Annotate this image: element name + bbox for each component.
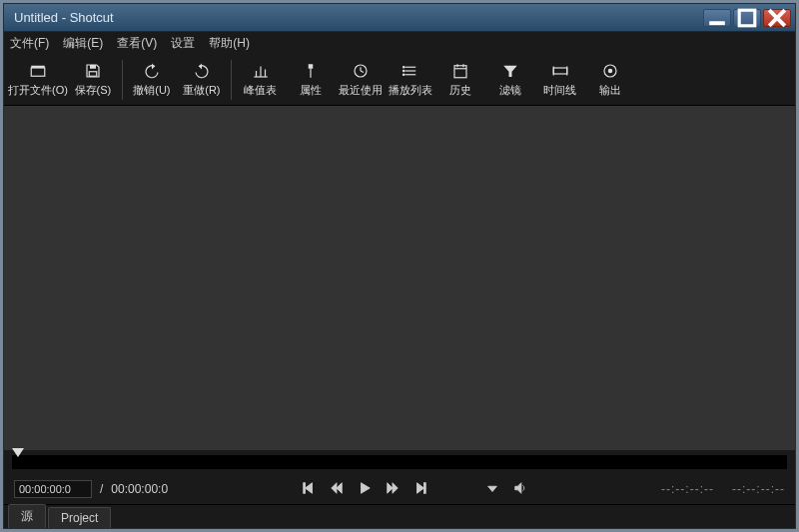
svg-rect-28 [553, 68, 567, 74]
menu-bar: 文件(F) 编辑(E) 查看(V) 设置 帮助(H) [4, 32, 795, 54]
svg-marker-43 [515, 482, 521, 493]
redo-button[interactable]: 重做(R) [177, 56, 227, 104]
svg-point-20 [402, 66, 404, 68]
playlist-icon [401, 62, 419, 80]
undo-icon [143, 62, 161, 80]
timeline-icon [551, 62, 569, 80]
filters-icon [501, 62, 519, 80]
open-file-button[interactable]: 打开文件(O) [8, 56, 68, 104]
toolbar-separator [231, 60, 232, 100]
svg-marker-33 [306, 482, 313, 493]
undo-label: 撤销(U) [133, 83, 170, 98]
svg-marker-36 [337, 482, 342, 493]
svg-rect-6 [90, 65, 96, 69]
skip-end-button[interactable] [413, 481, 427, 498]
svg-rect-12 [309, 64, 314, 69]
svg-rect-23 [454, 65, 466, 77]
rewind-button[interactable] [330, 481, 344, 498]
menu-view[interactable]: 查看(V) [117, 35, 157, 52]
peak-meter-label: 峰值表 [244, 83, 277, 98]
save-button[interactable]: 保存(S) [68, 56, 118, 104]
title-bar[interactable]: Untitled - Shotcut [4, 4, 795, 32]
playlist-button[interactable]: 播放列表 [386, 56, 435, 104]
svg-line-16 [361, 71, 364, 73]
app-window: Untitled - Shotcut 文件(F) 编辑(E) 查看(V) 设置 … [3, 3, 796, 529]
svg-marker-37 [362, 482, 371, 493]
tab-source[interactable]: 源 [8, 504, 46, 528]
svg-marker-27 [503, 65, 517, 76]
redo-icon [193, 62, 211, 80]
export-label: 输出 [599, 83, 621, 98]
timecode-input[interactable] [14, 480, 92, 498]
out-point-display: --:--:--:-- [732, 482, 785, 496]
scrub-track[interactable] [12, 455, 787, 469]
filters-label: 滤镜 [499, 83, 521, 98]
window-title: Untitled - Shotcut [14, 10, 703, 25]
peak-meter-button[interactable]: 峰值表 [236, 56, 286, 104]
export-button[interactable]: 输出 [585, 56, 635, 104]
svg-rect-41 [424, 482, 426, 493]
svg-point-22 [402, 74, 404, 76]
tab-project[interactable]: Project [48, 507, 111, 528]
zoom-dropdown-button[interactable] [485, 481, 499, 498]
recent-button[interactable]: 最近使用 [336, 56, 386, 104]
maximize-button[interactable] [733, 9, 761, 27]
svg-marker-40 [417, 482, 424, 493]
bottom-tabs: 源 Project [4, 504, 795, 528]
history-icon [451, 62, 469, 80]
timeline-button[interactable]: 时间线 [535, 56, 585, 104]
recent-icon [352, 62, 370, 80]
play-button[interactable] [358, 481, 372, 498]
peak-meter-icon [252, 62, 270, 80]
svg-marker-38 [388, 482, 393, 493]
undo-button[interactable]: 撤销(U) [127, 56, 177, 104]
svg-point-21 [402, 70, 404, 72]
menu-help[interactable]: 帮助(H) [209, 35, 250, 52]
svg-rect-34 [304, 482, 306, 493]
playlist-label: 播放列表 [389, 83, 432, 98]
filters-button[interactable]: 滤镜 [485, 56, 535, 104]
properties-button[interactable]: 属性 [286, 56, 336, 104]
save-icon [84, 62, 102, 80]
export-icon [601, 62, 619, 80]
svg-marker-39 [393, 482, 398, 493]
skip-start-button[interactable] [302, 481, 316, 498]
in-point-display: --:--:--:-- [661, 482, 714, 496]
svg-rect-1 [739, 10, 755, 26]
minimize-button[interactable] [703, 9, 731, 27]
history-button[interactable]: 历史 [435, 56, 485, 104]
menu-file[interactable]: 文件(F) [10, 35, 49, 52]
save-label: 保存(S) [75, 83, 112, 98]
menu-settings[interactable]: 设置 [171, 35, 195, 52]
transport-bar: / 00:00:00:0 --:--:--:-- --:--:--:-- [4, 474, 795, 504]
timeline-label: 时间线 [543, 83, 576, 98]
recent-label: 最近使用 [339, 83, 383, 98]
svg-marker-35 [332, 482, 337, 493]
toolbar: 打开文件(O) 保存(S) 撤销(U) 重做(R) 峰值表 属性 最近使用 [4, 54, 795, 106]
svg-marker-42 [488, 486, 497, 491]
fast-forward-button[interactable] [386, 481, 400, 498]
window-controls [703, 9, 791, 27]
scrub-bar[interactable] [4, 450, 795, 474]
properties-label: 属性 [300, 83, 322, 98]
toolbar-separator [122, 60, 123, 100]
svg-point-32 [608, 68, 613, 73]
close-button[interactable] [763, 9, 791, 27]
workspace-area[interactable] [4, 106, 795, 450]
redo-label: 重做(R) [183, 83, 220, 98]
menu-edit[interactable]: 编辑(E) [63, 35, 103, 52]
open-file-icon [29, 62, 47, 80]
open-file-label: 打开文件(O) [8, 83, 68, 98]
volume-button[interactable] [513, 481, 527, 498]
svg-rect-5 [31, 65, 45, 67]
timecode-separator: / [100, 482, 103, 496]
svg-rect-4 [31, 68, 45, 76]
svg-rect-7 [89, 71, 97, 76]
history-label: 历史 [449, 83, 471, 98]
timecode-total: 00:00:00:0 [111, 482, 168, 496]
properties-icon [302, 62, 320, 80]
playhead-marker[interactable] [12, 448, 24, 457]
